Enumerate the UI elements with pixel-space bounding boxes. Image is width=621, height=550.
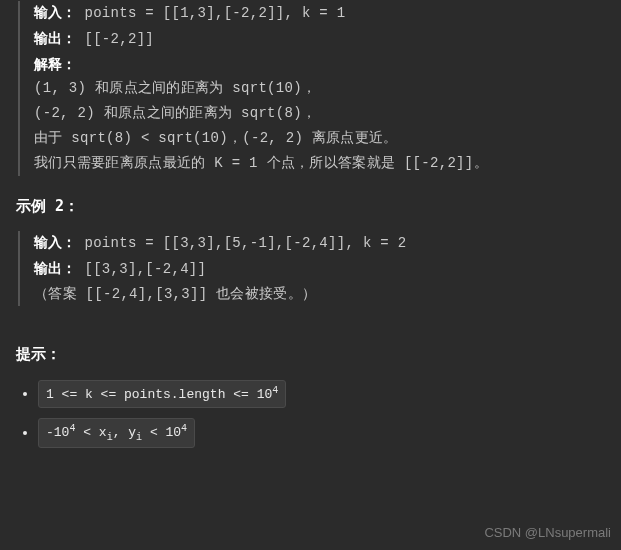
output-label: 输出：: [34, 30, 76, 46]
hint2-d: < 10: [142, 426, 181, 441]
input-label: 输入：: [34, 4, 76, 20]
hint2-sup2: 4: [181, 423, 187, 434]
hints-list: 1 <= k <= points.length <= 104 -104 < xi…: [16, 380, 605, 448]
explain-line-4: 我们只需要距离原点最近的 K = 1 个点，所以答案就是 [[-2,2]]。: [34, 152, 605, 176]
hint2-a: -10: [46, 426, 69, 441]
example-2-heading: 示例 2：: [16, 194, 605, 220]
input-value: points = [[3,3],[5,-1],[-2,4]], k = 2: [84, 235, 406, 251]
document-content: 输入： points = [[1,3],[-2,2]], k = 1 输出： […: [0, 1, 621, 462]
example-2-output: 输出： [[3,3],[-2,4]]: [34, 257, 605, 282]
explain-line-2: (-2, 2) 和原点之间的距离为 sqrt(8)，: [34, 102, 605, 126]
hint-code-1: 1 <= k <= points.length <= 104: [38, 380, 286, 408]
watermark: CSDN @LNsupermali: [484, 522, 611, 544]
explain-label: 解释：: [34, 56, 76, 72]
input-value: points = [[1,3],[-2,2]], k = 1: [84, 5, 345, 21]
example-1-block: 输入： points = [[1,3],[-2,2]], k = 1 输出： […: [18, 1, 605, 176]
output-label: 输出：: [34, 260, 76, 276]
example-1-explain-label: 解释：: [34, 53, 605, 77]
hint1-sup: 4: [272, 385, 278, 396]
output-value: [[3,3],[-2,4]]: [84, 261, 206, 277]
hint-item-2: -104 < xi, yi < 104: [38, 418, 605, 448]
example-2-input: 输入： points = [[3,3],[5,-1],[-2,4]], k = …: [34, 231, 605, 256]
hint2-c: , y: [113, 426, 136, 441]
hint2-b: < x: [75, 426, 106, 441]
example-1-input: 输入： points = [[1,3],[-2,2]], k = 1: [34, 1, 605, 26]
hint-item-1: 1 <= k <= points.length <= 104: [38, 380, 605, 408]
example-2-note: （答案 [[-2,4],[3,3]] 也会被接受。）: [34, 283, 605, 307]
explain-line-1: (1, 3) 和原点之间的距离为 sqrt(10)，: [34, 77, 605, 101]
hint1-text: 1 <= k <= points.length <= 10: [46, 387, 272, 402]
hint-code-2: -104 < xi, yi < 104: [38, 418, 195, 448]
example-2-block: 输入： points = [[3,3],[5,-1],[-2,4]], k = …: [18, 231, 605, 306]
explain-line-3: 由于 sqrt(8) < sqrt(10)，(-2, 2) 离原点更近。: [34, 127, 605, 151]
hints-heading: 提示：: [16, 342, 605, 368]
output-value: [[-2,2]]: [84, 31, 154, 47]
input-label: 输入：: [34, 234, 76, 250]
example-1-output: 输出： [[-2,2]]: [34, 27, 605, 52]
